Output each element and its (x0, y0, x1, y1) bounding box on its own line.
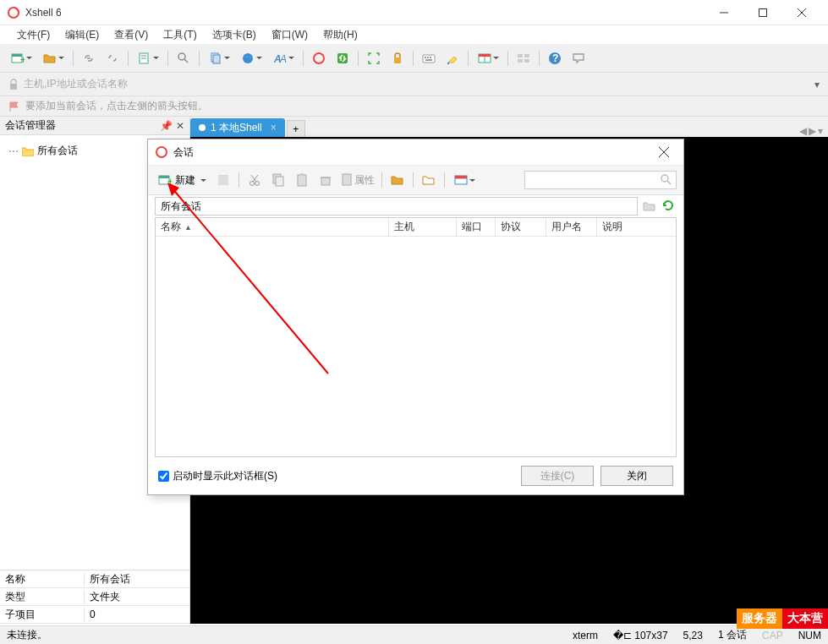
grid-icon[interactable] (515, 50, 532, 67)
prop-sub-key: 子项目 (0, 608, 85, 622)
svg-rect-52 (321, 177, 330, 185)
path-folder-icon[interactable] (643, 200, 656, 212)
col-host[interactable]: 主机 (389, 218, 457, 236)
session-list[interactable]: 名称▲ 主机 端口 协议 用户名 说明 (155, 217, 677, 457)
props-dlg-icon[interactable]: 属性 (341, 172, 375, 188)
tree-expand-icon[interactable]: ⋯ (8, 145, 19, 157)
address-dropdown-icon[interactable]: ▾ (814, 79, 820, 90)
dialog-search-box[interactable] (524, 171, 677, 189)
sessions-dialog: 会话 + 新建 属性 所有会话 名称▲ 主机 (147, 139, 684, 495)
close-dialog-button[interactable]: 关闭 (600, 466, 673, 486)
delete-icon[interactable] (317, 172, 334, 188)
properties-icon[interactable] (135, 50, 161, 67)
svg-rect-2 (759, 8, 767, 16)
fullscreen-icon[interactable] (365, 50, 382, 67)
tab-status-dot-icon (199, 124, 206, 131)
svg-text:+: + (167, 176, 172, 187)
col-user[interactable]: 用户名 (546, 218, 597, 236)
svg-point-15 (243, 53, 253, 63)
svg-line-59 (667, 181, 671, 184)
svg-rect-36 (10, 84, 17, 90)
view-mode-icon[interactable] (452, 172, 477, 188)
menu-tools[interactable]: 工具(T) (156, 26, 203, 44)
keyboard-icon[interactable] (420, 50, 437, 67)
search-icon[interactable] (175, 50, 192, 67)
dialog-search-input[interactable] (529, 174, 661, 186)
copy-icon[interactable] (206, 50, 232, 67)
sidebar-pin-icon[interactable]: 📌 (160, 120, 173, 132)
window-title: Xshell 6 (25, 7, 705, 19)
prop-type-val: 文件夹 (85, 590, 189, 604)
hint-text: 要添加当前会话，点击左侧的箭头按钮。 (25, 99, 208, 113)
tab-list-icon[interactable]: ▾ (818, 125, 823, 137)
new-folder-icon[interactable] (420, 172, 437, 188)
search-icon[interactable] (661, 174, 672, 186)
lock-icon[interactable] (389, 50, 406, 67)
new-tab-button[interactable]: + (287, 120, 305, 137)
maximize-button[interactable] (743, 0, 782, 25)
font-icon[interactable]: AA (271, 50, 296, 67)
menu-view[interactable]: 查看(V) (107, 26, 155, 44)
disabled-icon (215, 172, 232, 188)
swirl-icon[interactable] (310, 50, 327, 67)
paste-icon[interactable] (293, 172, 310, 188)
transfer-icon[interactable] (334, 50, 351, 67)
globe-icon[interactable] (239, 50, 264, 67)
tab-close-icon[interactable]: × (271, 122, 277, 134)
menu-window[interactable]: 窗口(W) (265, 26, 315, 44)
hint-bar: 要添加当前会话，点击左侧的箭头按钮。 (0, 96, 828, 117)
copy-dlg-icon[interactable] (270, 172, 287, 188)
dialog-path-text: 所有会话 (161, 199, 201, 214)
tab-prev-icon[interactable]: ◀ (799, 125, 807, 137)
folder-icon (22, 146, 34, 156)
svg-rect-19 (337, 53, 348, 63)
svg-rect-43 (218, 175, 228, 185)
close-button[interactable] (782, 0, 821, 25)
new-session-button[interactable]: + 新建 (155, 172, 210, 189)
svg-rect-50 (298, 175, 306, 186)
svg-rect-24 (430, 57, 431, 58)
status-num: NUM (798, 630, 821, 641)
connect-button[interactable]: 连接(C) (521, 466, 594, 486)
dialog-path-box[interactable]: 所有会话 (155, 197, 638, 216)
title-bar: Xshell 6 (0, 0, 828, 25)
tab-strip: 1 本地Shell × + ◀ ▶ ▾ (190, 117, 828, 137)
startup-checkbox-input[interactable] (158, 471, 169, 482)
tab-next-icon[interactable]: ▶ (809, 125, 816, 137)
address-input[interactable]: 主机,IP地址或会话名称 (24, 77, 811, 91)
svg-text:A: A (279, 53, 287, 65)
col-name[interactable]: 名称▲ (156, 218, 389, 236)
col-proto[interactable]: 协议 (496, 218, 546, 236)
menu-file[interactable]: 文件(F) (10, 26, 57, 44)
menu-help[interactable]: 帮助(H) (316, 26, 365, 44)
menu-edit[interactable]: 编辑(E) (58, 26, 106, 44)
chat-icon[interactable] (570, 50, 587, 67)
link-icon[interactable] (80, 50, 97, 67)
open-folder-icon[interactable] (41, 50, 66, 67)
dialog-title: 会话 (173, 145, 651, 160)
lock-small-icon (8, 79, 19, 90)
startup-checkbox[interactable]: 启动时显示此对话框(S) (158, 469, 277, 483)
folder-open-icon[interactable] (389, 172, 406, 188)
unlink-icon[interactable] (104, 50, 121, 67)
svg-rect-14 (213, 55, 220, 63)
status-size: �⊏ 107x37 (613, 630, 668, 641)
tab-label: 1 本地Shell (211, 121, 262, 135)
watermark-left: 服务器 (737, 609, 782, 629)
dialog-close-button[interactable] (651, 139, 677, 165)
help-icon[interactable]: ? (546, 50, 563, 67)
status-term: xterm (573, 630, 598, 641)
col-port[interactable]: 端口 (457, 218, 496, 236)
cut-icon[interactable] (246, 172, 263, 188)
col-desc[interactable]: 说明 (597, 218, 676, 236)
sidebar-close-icon[interactable]: ✕ (176, 120, 184, 132)
highlight-icon[interactable] (444, 50, 461, 67)
minimize-button[interactable] (705, 0, 743, 25)
menu-tabs[interactable]: 选项卡(B) (206, 26, 263, 44)
main-toolbar: + AA ? (0, 44, 828, 73)
refresh-icon[interactable] (661, 199, 677, 214)
tab-local-shell[interactable]: 1 本地Shell × (190, 118, 285, 137)
svg-rect-49 (276, 177, 283, 186)
layout-icon[interactable] (475, 50, 501, 67)
new-session-icon[interactable]: + (8, 50, 34, 67)
